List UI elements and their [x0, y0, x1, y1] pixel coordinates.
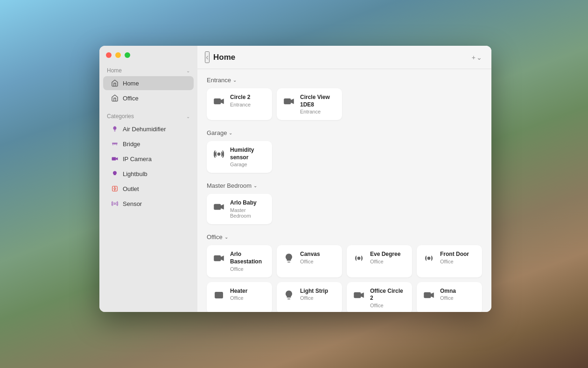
- svg-rect-4: [115, 143, 116, 144]
- svg-rect-12: [214, 99, 221, 104]
- section-office: Office ⌄: [207, 234, 482, 241]
- sidebar-item-home[interactable]: Home: [103, 76, 194, 90]
- light-strip-room: Office: [300, 295, 336, 301]
- svg-rect-23: [215, 292, 223, 298]
- arlo-baby-room: Master Bedroom: [230, 207, 266, 219]
- svg-rect-2: [117, 143, 117, 145]
- humidity-sensor-name: Humidity sensor: [230, 147, 266, 161]
- device-canvas[interactable]: Canvas Office: [277, 245, 342, 277]
- circle-view-icon: [282, 95, 295, 108]
- circle-view-1de8-room: Entrance: [300, 109, 336, 114]
- circle2-icon: [212, 95, 225, 108]
- arlo-basestation-room: Office: [230, 266, 266, 272]
- device-arlo-basestation[interactable]: Arlo Basestation Office: [207, 245, 272, 277]
- toolbar-actions: + ⌄: [470, 52, 484, 63]
- omna-room: Office: [440, 295, 476, 301]
- entrance-devices-grid: Circle 2 Entrance Circle View 1DE8 Entra…: [207, 88, 482, 120]
- canvas-name: Canvas: [300, 251, 336, 258]
- outlet-label: Outlet: [123, 185, 139, 192]
- home-section-chevron: ⌄: [186, 68, 190, 73]
- omna-icon: [422, 289, 435, 302]
- devices-scroll-area[interactable]: Entrance ⌄ Circle 2 Entrance: [197, 69, 491, 312]
- svg-rect-3: [114, 143, 114, 144]
- sensor-label: Sensor: [123, 200, 142, 207]
- sidebar-item-sensor[interactable]: Sensor: [103, 197, 194, 211]
- device-circle2[interactable]: Circle 2 Entrance: [207, 88, 272, 120]
- arlo-baby-icon: [212, 200, 225, 213]
- heater-icon: [212, 289, 225, 302]
- main-content: ‹ Home + ⌄ Entrance ⌄: [197, 46, 491, 312]
- device-eve-degree[interactable]: Eve Degree Office: [347, 245, 412, 277]
- heater-room: Office: [230, 295, 266, 301]
- svg-point-11: [114, 203, 116, 205]
- svg-marker-6: [116, 157, 118, 160]
- section-garage: Garage ⌄: [207, 129, 482, 136]
- svg-point-22: [427, 257, 430, 260]
- bridge-label: Bridge: [123, 141, 140, 148]
- minimize-button[interactable]: [115, 52, 121, 58]
- canvas-icon: [282, 252, 295, 265]
- air-dehumidifier-label: Air Dehumidifier: [123, 126, 166, 133]
- toolbar: ‹ Home + ⌄: [197, 46, 491, 69]
- maximize-button[interactable]: [125, 52, 130, 58]
- canvas-room: Office: [300, 259, 336, 264]
- sidebar-item-ip-camera[interactable]: IP Camera: [103, 152, 194, 166]
- sidebar-categories-section: Categories ⌄: [99, 110, 197, 121]
- device-omna[interactable]: Omna Office: [417, 282, 482, 312]
- office-circle-2-name: Office Circle 2: [370, 288, 406, 302]
- sidebar-item-home-label: Home: [123, 80, 139, 87]
- device-office-circle-2[interactable]: Office Circle 2 Office: [347, 282, 412, 312]
- arlo-basestation-name: Arlo Basestation: [230, 251, 266, 265]
- sensor-icon: [111, 199, 119, 208]
- garage-devices-grid: Humidity sensor Garage: [207, 141, 482, 173]
- svg-marker-28: [361, 293, 364, 297]
- master-bedroom-devices-grid: Arlo Baby Master Bedroom: [207, 194, 482, 224]
- sidebar-item-bridge[interactable]: Bridge: [103, 137, 194, 151]
- device-circle-view-1de8[interactable]: Circle View 1DE8 Entrance: [277, 88, 342, 120]
- svg-rect-19: [214, 256, 221, 261]
- svg-rect-17: [214, 205, 221, 210]
- close-button[interactable]: [106, 52, 112, 58]
- sidebar-item-office-label: Office: [123, 95, 139, 102]
- sidebar-item-office[interactable]: Office: [103, 91, 194, 105]
- sidebar-item-lightbulb[interactable]: Lightbulb: [103, 167, 194, 181]
- light-strip-icon: [282, 289, 295, 302]
- humidity-sensor-room: Garage: [230, 162, 266, 167]
- ip-camera-label: IP Camera: [123, 156, 152, 163]
- section-entrance: Entrance ⌄: [207, 77, 482, 84]
- outlet-icon: [111, 184, 119, 193]
- circle2-name: Circle 2: [230, 94, 266, 101]
- sidebar-item-outlet[interactable]: Outlet: [103, 182, 194, 196]
- office-circle-2-icon: [352, 289, 365, 302]
- circle-view-1de8-name: Circle View 1DE8: [300, 94, 336, 108]
- front-door-icon: [422, 252, 435, 265]
- sidebar-item-air-dehumidifier[interactable]: Air Dehumidifier: [103, 122, 194, 136]
- sidebar-home-section: Home ⌄: [99, 64, 197, 76]
- omna-name: Omna: [440, 288, 476, 295]
- device-front-door[interactable]: Front Door Office: [417, 245, 482, 277]
- eve-degree-icon: [352, 252, 365, 265]
- bridge-icon: [111, 140, 119, 148]
- back-button[interactable]: ‹: [205, 51, 210, 63]
- svg-rect-29: [424, 292, 431, 297]
- device-humidity-sensor[interactable]: Humidity sensor Garage: [207, 141, 272, 173]
- svg-point-8: [114, 188, 116, 190]
- svg-point-16: [217, 153, 220, 156]
- add-button[interactable]: + ⌄: [470, 52, 484, 63]
- eve-degree-name: Eve Degree: [370, 251, 406, 258]
- device-light-strip[interactable]: Light Strip Office: [277, 282, 342, 312]
- svg-point-21: [357, 257, 360, 260]
- lightbulb-icon: [111, 170, 119, 178]
- device-arlo-baby[interactable]: Arlo Baby Master Bedroom: [207, 194, 272, 224]
- svg-rect-1: [112, 143, 113, 145]
- lightbulb-label: Lightbulb: [123, 170, 147, 177]
- ip-camera-icon: [111, 155, 119, 163]
- traffic-lights: [106, 52, 130, 58]
- arlo-baby-name: Arlo Baby: [230, 199, 266, 207]
- device-heater[interactable]: Heater Office: [207, 282, 272, 312]
- svg-rect-0: [112, 143, 118, 144]
- front-door-name: Front Door: [440, 251, 476, 258]
- front-door-room: Office: [440, 259, 476, 264]
- office-devices-grid: Arlo Basestation Office Canvas Office: [207, 245, 482, 312]
- svg-marker-18: [221, 205, 224, 209]
